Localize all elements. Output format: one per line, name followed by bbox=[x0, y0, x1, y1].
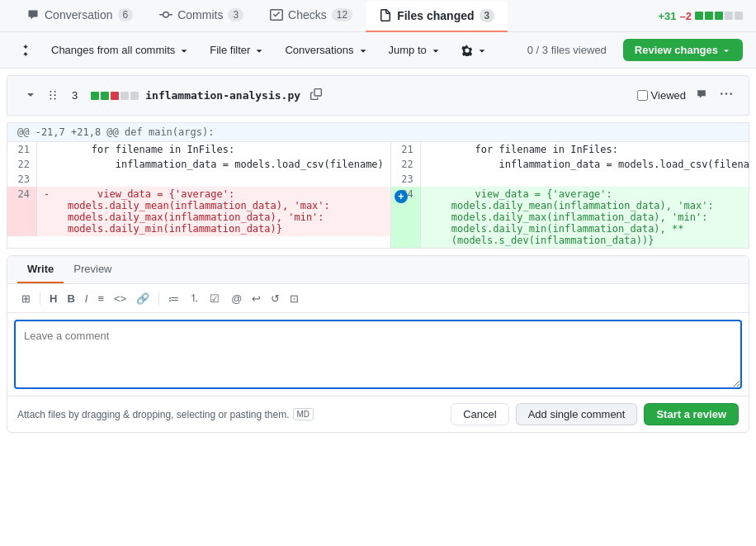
file-header: 3 inflammation-analysis.py Viewed bbox=[7, 75, 749, 116]
comment-footer-info: Attach files by dragging & dropping, sel… bbox=[17, 408, 314, 420]
tab-preview[interactable]: Preview bbox=[64, 256, 121, 283]
format-attachment-button[interactable]: ⊞ bbox=[17, 291, 35, 306]
deletions-stat: –2 bbox=[680, 10, 692, 22]
format-quote-button[interactable]: ≡ bbox=[93, 291, 108, 306]
diff-row-right-22: 22 inflammation_data = models.load_csv(f… bbox=[391, 157, 749, 172]
diff-left-col: 21 for filename in InFiles: 22 inflammat… bbox=[7, 142, 391, 248]
format-link-button[interactable]: 🔗 bbox=[132, 291, 154, 306]
line-content-right-22: inflammation_data = models.load_csv(file… bbox=[421, 157, 749, 172]
toolbar-divider-1 bbox=[40, 292, 40, 305]
tab-bar: Conversation 6 Commits 3 Checks 12 Files… bbox=[0, 0, 756, 32]
tab-checks-label: Checks bbox=[288, 8, 327, 21]
review-changes-button[interactable]: Review changes bbox=[623, 39, 743, 61]
diff-sq-3 bbox=[111, 92, 119, 100]
chevron-down-icon-5 bbox=[476, 45, 488, 56]
format-ordered-list-button[interactable]: ⒈ bbox=[185, 289, 204, 307]
add-comment-inline-button[interactable]: + bbox=[395, 190, 408, 203]
line-num-left-24: 24 bbox=[7, 187, 37, 236]
commits-filter-button[interactable]: Changes from all commits bbox=[45, 40, 196, 59]
drag-icon bbox=[47, 90, 59, 102]
format-undo-button[interactable]: ↺ bbox=[267, 291, 284, 306]
copy-path-button[interactable] bbox=[307, 87, 325, 104]
markdown-badge: MD bbox=[293, 408, 314, 420]
comment-input-wrapper bbox=[14, 320, 742, 389]
line-content-left-22: inflammation_data = models.load_csv(file… bbox=[37, 157, 390, 172]
cancel-label: Cancel bbox=[463, 408, 496, 420]
tab-files-changed[interactable]: Files changed 3 bbox=[366, 1, 508, 32]
hunk-header-text: @@ -21,7 +21,8 @@ def main(args): bbox=[17, 126, 214, 138]
add-single-comment-button[interactable]: Add single comment bbox=[516, 403, 638, 425]
conversations-button[interactable]: Conversations bbox=[278, 40, 375, 59]
line-content-right-23 bbox=[421, 172, 749, 187]
tab-checks-badge: 12 bbox=[332, 8, 352, 21]
comment-format-toolbar: ⊞ H B I ≡ <> 🔗 ≔ ⒈ ☑ @ ↩ ↺ ⊡ bbox=[7, 284, 749, 313]
preview-tab-label: Preview bbox=[73, 263, 111, 275]
chevron-down-icon bbox=[178, 45, 190, 56]
jump-to-label: Jump to bbox=[389, 44, 427, 56]
format-strikethrough-button[interactable]: ⊡ bbox=[286, 291, 303, 306]
comment-area: Write Preview ⊞ H B I ≡ <> 🔗 ≔ ⒈ ☑ @ ↩ ↺… bbox=[7, 255, 749, 433]
line-num-left-21: 21 bbox=[7, 142, 37, 157]
diff-stats-summary: +31 –2 bbox=[658, 10, 743, 22]
chevron-down-icon-3 bbox=[357, 45, 369, 56]
format-mention-button[interactable]: @ bbox=[227, 291, 246, 306]
settings-button[interactable] bbox=[455, 41, 494, 59]
attach-info-text: Attach files by dragging & dropping, sel… bbox=[17, 409, 290, 420]
file-count: 3 bbox=[72, 89, 78, 102]
format-reference-button[interactable]: ↩ bbox=[248, 291, 265, 306]
conversations-label: Conversations bbox=[285, 44, 353, 56]
tab-write[interactable]: Write bbox=[17, 256, 64, 283]
diff-row-left-21: 21 for filename in InFiles: bbox=[7, 142, 390, 157]
tab-conversation[interactable]: Conversation 6 bbox=[13, 0, 146, 31]
ellipsis-icon bbox=[721, 88, 732, 100]
comment-file-button[interactable] bbox=[692, 87, 711, 104]
gear-icon bbox=[461, 45, 473, 56]
tab-conversation-label: Conversation bbox=[45, 8, 113, 21]
format-italic-button[interactable]: I bbox=[81, 291, 92, 306]
tab-files-changed-label: Files changed bbox=[397, 9, 474, 22]
diff-sq-1 bbox=[91, 92, 99, 100]
commits-icon bbox=[159, 8, 172, 21]
line-content-right-24: view_data = {'average': models.daily_mea… bbox=[421, 187, 749, 248]
stat-block-1 bbox=[695, 12, 703, 20]
viewed-checkbox-label[interactable]: Viewed bbox=[637, 89, 686, 102]
collapse-icon bbox=[20, 45, 31, 56]
line-content-left-21: for filename in InFiles: bbox=[37, 142, 390, 157]
format-bold-button[interactable]: B bbox=[63, 291, 78, 306]
line-num-left-22: 22 bbox=[7, 157, 37, 172]
checks-icon bbox=[270, 8, 283, 21]
collapse-all-button[interactable] bbox=[13, 41, 38, 59]
file-filter-button[interactable]: File filter bbox=[203, 40, 272, 59]
additions-stat: +31 bbox=[658, 10, 676, 22]
diff-sq-2 bbox=[101, 92, 109, 100]
tab-commits[interactable]: Commits 3 bbox=[146, 0, 257, 31]
comment-tabs: Write Preview bbox=[7, 256, 749, 284]
format-unordered-list-button[interactable]: ≔ bbox=[164, 291, 183, 306]
line-num-right-22: 22 bbox=[391, 157, 421, 172]
more-options-button[interactable] bbox=[717, 87, 735, 104]
tab-files-changed-badge: 3 bbox=[480, 9, 495, 22]
diff-row-right-21: 21 for filename in InFiles: bbox=[391, 142, 749, 157]
cancel-button[interactable]: Cancel bbox=[451, 403, 508, 425]
viewed-label: Viewed bbox=[651, 89, 686, 102]
comment-textarea[interactable] bbox=[16, 321, 740, 387]
format-heading-button[interactable]: H bbox=[45, 291, 61, 306]
diff-rows: 21 for filename in InFiles: 22 inflammat… bbox=[7, 142, 749, 248]
format-task-list-button[interactable]: ☑ bbox=[206, 291, 224, 306]
tab-checks[interactable]: Checks 12 bbox=[257, 0, 366, 31]
file-actions: Viewed bbox=[637, 87, 735, 104]
stat-block-4 bbox=[725, 12, 733, 20]
line-num-left-23: 23 bbox=[7, 172, 37, 187]
stat-block-2 bbox=[705, 12, 713, 20]
files-icon bbox=[379, 9, 392, 22]
tab-commits-label: Commits bbox=[177, 8, 223, 21]
line-content-right-21: for filename in InFiles: bbox=[421, 142, 749, 157]
file-name: inflammation-analysis.py bbox=[145, 89, 300, 102]
format-code-button[interactable]: <> bbox=[110, 291, 130, 306]
viewed-checkbox[interactable] bbox=[637, 90, 648, 101]
add-comment-label: Add single comment bbox=[528, 408, 626, 420]
collapse-file-button[interactable] bbox=[21, 86, 40, 105]
copy-icon bbox=[310, 88, 322, 100]
jump-to-button[interactable]: Jump to bbox=[382, 40, 448, 59]
start-review-button[interactable]: Start a review bbox=[644, 403, 739, 425]
